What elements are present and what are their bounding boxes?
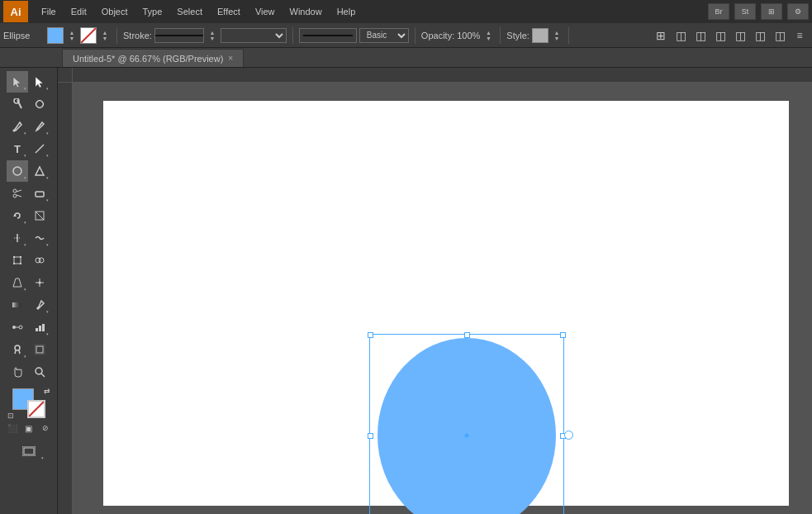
control-bar: Ellipse ▲ ▼ ▲ ▼ Stroke: ▲ ▼ [0,23,812,48]
vertical-ruler [58,83,73,514]
menu-file[interactable]: File [35,4,63,19]
menu-window[interactable]: Window [283,4,329,19]
align-right-icon[interactable]: ◫ [711,26,729,45]
perspective-tool[interactable]: ▾ [7,272,28,293]
svg-rect-29 [12,302,22,307]
svg-rect-37 [36,346,43,353]
svg-rect-35 [42,324,45,331]
svg-line-15 [36,212,44,220]
svg-rect-18 [14,257,21,264]
menu-select[interactable]: Select [170,4,209,19]
gradient-mode-button[interactable]: ▣ [22,421,36,435]
symbol-tool[interactable]: ▾ [7,339,28,360]
rotation-handle[interactable] [564,431,573,440]
bridge-icon[interactable]: Br [708,3,729,20]
svg-point-36 [15,345,20,350]
main-area: ▾ ▾ ▾ ▾ [0,68,812,514]
tab-title: Untitled-5* @ 66.67% (RGB/Preview) [73,54,223,64]
zoom-tool[interactable] [29,361,50,383]
blend-tool[interactable] [7,316,28,338]
default-colors-icon[interactable]: ⊡ [7,412,14,420]
mesh-tool[interactable] [29,272,50,293]
transform-tool[interactable] [29,205,50,226]
fill-color-swatch[interactable] [47,27,64,44]
menu-object[interactable]: Object [95,4,135,19]
swap-fill-stroke-icon[interactable]: ⇄ [44,387,50,395]
none-mode-button[interactable]: ⊘ [39,421,52,435]
menu-type[interactable]: Type [136,4,169,19]
type-tool[interactable]: T ▾ [7,138,28,159]
warp-tool[interactable]: ▾ [29,227,50,249]
svg-rect-22 [20,263,21,264]
eyedropper-tool[interactable]: ▾ [29,294,50,316]
menu-bar: Ai File Edit Object Type Select Effect V… [0,0,812,23]
document-tab[interactable]: Untitled-5* @ 66.67% (RGB/Preview) × [62,49,244,67]
color-mode-button[interactable]: ⬛ [6,421,19,435]
svg-line-6 [36,145,44,153]
svg-point-8 [13,189,17,193]
menu-help[interactable]: Help [330,4,363,19]
gradient-tool[interactable] [7,294,28,316]
shape-builder-tool[interactable] [29,250,50,271]
scissors-tool[interactable] [7,183,28,204]
magic-wand-tool[interactable] [7,93,28,115]
artboard-tool[interactable] [29,339,50,360]
shaper-tool[interactable]: ▾ [29,160,50,182]
align-options-icon[interactable]: ◫ [751,26,769,45]
svg-marker-25 [13,278,21,287]
eraser-tool[interactable]: ▾ [29,183,50,204]
width-tool[interactable]: ▾ [7,227,28,249]
stroke-options-dropdown[interactable] [221,28,287,43]
stroke-indicator[interactable] [27,400,45,418]
tab-close-button[interactable]: × [228,54,233,63]
opacity-label: Opacity: [421,31,454,40]
ku-icon[interactable]: ⚙ [787,3,809,20]
svg-line-40 [41,374,45,377]
pen-tool[interactable]: ▾ [7,116,28,137]
style-section-label: Style: [506,31,529,40]
document-setup-icon[interactable]: ⊞ [652,26,670,45]
menu-edit[interactable]: Edit [64,4,93,19]
document-canvas[interactable] [103,101,789,506]
selected-ellipse-container[interactable] [372,336,562,514]
svg-line-41 [29,402,44,416]
stock-icon[interactable]: St [734,3,756,20]
direct-selection-tool[interactable]: ▾ [29,71,50,93]
selection-tool[interactable]: ▾ [7,71,28,93]
lasso-tool[interactable] [29,93,50,115]
change-screen-mode[interactable]: ▾ [12,440,45,462]
opacity-value: 100% [457,31,480,40]
align-center-icon[interactable]: ◫ [691,26,710,45]
arrange-icon[interactable]: ◫ [771,26,789,45]
svg-point-30 [12,326,16,329]
free-transform-tool[interactable] [7,250,28,271]
stroke-swatch[interactable] [80,27,97,44]
ellipse-shape[interactable] [372,336,562,514]
style-color-swatch[interactable] [532,28,548,43]
svg-rect-19 [13,256,15,258]
line-tool[interactable]: ▾ [29,138,50,159]
rotate-tool[interactable]: ▾ [7,205,28,226]
svg-rect-33 [36,328,38,331]
stroke-label: Stroke: [123,31,152,40]
pencil-tool[interactable]: ▾ [29,116,50,137]
stroke-line-style[interactable] [299,28,357,43]
workspace-icon[interactable]: ⊞ [761,3,782,20]
svg-point-31 [19,326,22,329]
ellipse-tool[interactable]: ▾ [7,160,28,182]
distribute-icon[interactable]: ◫ [731,26,749,45]
hand-tool[interactable] [7,361,28,383]
style-dropdown[interactable]: Basic [359,28,409,43]
svg-point-7 [13,167,21,175]
align-left-icon[interactable]: ◫ [672,26,690,45]
svg-point-9 [13,194,17,198]
svg-line-11 [17,195,21,197]
menu-effect[interactable]: Effect [211,4,247,19]
chart-tool[interactable]: ▾ [29,316,50,338]
svg-rect-12 [36,192,44,197]
properties-icon[interactable]: ≡ [791,26,809,45]
svg-line-0 [81,28,96,43]
canvas-area [58,68,812,514]
menu-view[interactable]: View [249,4,282,19]
stroke-weight-field[interactable] [154,28,204,43]
